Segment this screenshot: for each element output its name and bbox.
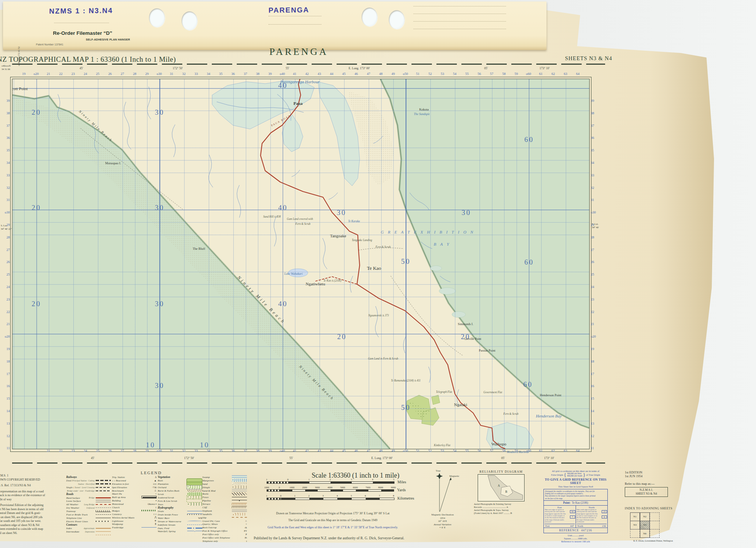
bottom-minute-label: 173° 10′ <box>544 456 554 460</box>
right-northing-number: 26 <box>591 260 601 264</box>
declination-line: Magnetic Declination <box>416 513 469 517</box>
top-easting-number: 45 <box>339 72 349 76</box>
grid-face-number: 40 <box>278 300 288 308</box>
scale-title: Scale 1:63360 (1 inch to 1 mile) <box>287 472 424 479</box>
legend-swatch-orch <box>186 485 202 489</box>
left-northing-number: 39 <box>1 99 10 103</box>
top-graticule-bar <box>12 64 605 65</box>
gridref-intro: All grid co-ordinates on this sheet are … <box>543 470 608 472</box>
bottom-easting-number: o40 <box>277 449 287 453</box>
left-northing-number: 27 <box>1 248 10 252</box>
scale-bar-segment <box>281 498 295 500</box>
copyright-note-line: detail on sheet N6. <box>0 531 65 536</box>
copyright-note-line: The representation on this map of a road <box>0 490 65 494</box>
grid-face-number: 30 <box>155 300 165 308</box>
top-easting-number: 22 <box>56 72 66 76</box>
legend-item-label: Hedges <box>112 509 140 512</box>
legend-item-label: Scattered Scrub <box>158 496 185 499</box>
legend-row: Single LineTunnel · Level Crossing <box>66 486 111 489</box>
legend-item-symbol: P <box>245 533 247 536</box>
bottom-easting-number: 37 <box>241 449 250 453</box>
legend-swatch-terr <box>232 503 247 505</box>
map-place-label: Te Karaka <box>348 220 360 223</box>
legend-item-label: Terrace <box>202 503 231 505</box>
legend-row: Shingle <box>202 486 247 489</box>
scale-bar-number: 7000 <box>366 486 371 489</box>
scale-bar-segment <box>309 498 323 500</box>
map-place-label: Telegraph Flat <box>436 391 452 394</box>
top-easting-number: 26 <box>105 72 115 76</box>
legend-row: Mangroves <box>202 479 247 482</box>
legend-row: Pipeline <box>202 499 247 502</box>
top-easting-number: 48 <box>376 72 386 76</box>
legend-item-label: Building <box>112 499 155 502</box>
grid-face-number: 20 <box>32 300 41 308</box>
legend-item-symbol: ⋀ <box>154 516 157 519</box>
legend-swatch-road-dashred <box>96 504 111 505</box>
legend-item-symbol: ∆ <box>155 476 157 478</box>
legend-swatch-shing <box>232 486 247 489</box>
legend-item-label: Orchard <box>158 486 185 489</box>
bottom-easting-number: 42 <box>302 449 312 453</box>
index-adjoining-grid: N1N2N3N4N6 <box>630 512 660 538</box>
copyright-note-line: The southern edge of sheet N3 & N4 <box>0 523 65 528</box>
scale-bar-number: 1000 <box>290 486 295 489</box>
map-place-label: Henderson Bay <box>536 414 562 418</box>
bottom-easting-number: 27 <box>117 449 127 453</box>
bottom-easting-number: 44 <box>327 449 337 453</box>
scale-bar-number: 6000 <box>353 486 358 489</box>
bottom-minute-label: 172° 50′ <box>184 456 194 460</box>
legend-row: Maori Pa× <box>112 492 157 495</box>
left-northing-number: 14 <box>1 409 10 413</box>
projection-note: Drawn on Transverse Mercator Projection … <box>227 512 439 515</box>
legend-row: Building▪ <box>112 499 157 502</box>
map-place-label: Ninety Mile Beach <box>78 109 113 143</box>
legend-row: Sand <box>202 482 247 486</box>
legend-item-label: Spot Elevation <box>112 486 151 489</box>
legend-item-label: Water Race <box>158 517 197 519</box>
top-easting-number: 41 <box>290 72 300 76</box>
legend-swatch-stream <box>187 521 202 522</box>
legend-row: Foot or Bridle Track <box>66 513 111 516</box>
copyright-note-line: CROWN COPYRIGHT RESERVED <box>0 478 65 482</box>
top-easting-number: 49 <box>388 72 398 76</box>
declination-text: Magnetic Declination195416° 16′EAnnual V… <box>416 513 469 529</box>
legend-row: Cliff <box>202 506 247 509</box>
scale-bar-segment <box>352 482 373 483</box>
legend-item-label: Indefinite Stream <box>158 523 186 526</box>
map-place-label: Parengarenga Harbour <box>280 79 320 84</box>
right-northing-number: 38 <box>591 111 601 115</box>
corner-coordinate: o18oooE 172 41 52 <box>17 47 20 66</box>
legend-row: Sand & Mud <box>202 489 247 492</box>
scale-bar-segment <box>318 490 331 491</box>
legend-column: VegetationBushPlantationOrchardBurnt & F… <box>158 475 202 533</box>
scale-bar-number: 5000 <box>340 486 345 489</box>
scale-bar-number: 5 <box>393 478 394 481</box>
north-value-2: 6 <box>602 515 607 518</box>
right-northing-number: 35 <box>591 148 601 152</box>
right-northing-number: o30 <box>591 210 601 214</box>
grid-face-number: 30 <box>337 209 346 217</box>
punch-hole <box>389 10 405 29</box>
right-northing-number: 11 <box>591 446 601 450</box>
map-place-label: Sand Hill ∆ 438 <box>263 215 281 218</box>
legend-item-label: All Weather <box>66 503 83 506</box>
bottom-easting-number: 28 <box>130 449 140 453</box>
copyright-note-line: L. & S. Ref. 17/313/N3 & N4 <box>0 484 65 488</box>
legend-item-symbol: † <box>155 506 157 509</box>
legend-item-symbol: ⊥ <box>154 489 157 492</box>
scale-bar-number: 1 <box>308 478 309 481</box>
right-northing-number: 34 <box>591 161 601 165</box>
grid-face-number: 40 <box>278 204 288 212</box>
hanger-dotted-line <box>413 29 506 29</box>
top-easting-number: 19 <box>19 72 29 76</box>
top-easting-number: 54 <box>450 72 459 76</box>
top-easting-number: 29 <box>142 72 152 76</box>
top-minute-label: 05′ <box>484 67 488 70</box>
legend-item-label: Shingle <box>202 486 231 489</box>
legend-row: Footbridge <box>112 526 157 529</box>
legend-swatch-fbr <box>141 527 157 528</box>
left-northing-number: 37 <box>1 124 10 128</box>
map-place-label: Kokota <box>419 107 428 111</box>
legend-row: Loose Surface <box>66 499 111 503</box>
